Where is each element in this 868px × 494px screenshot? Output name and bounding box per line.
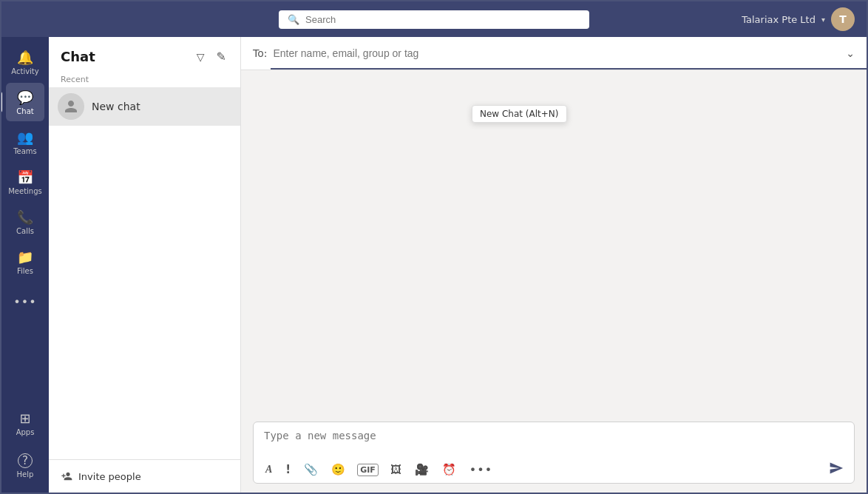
sidebar-item-files[interactable]: 📁 Files <box>6 243 44 281</box>
emoji-icon[interactable]: 🙂 <box>330 461 347 478</box>
icon-sidebar: 🔔 Activity 💬 Chat 👥 Teams 📅 Meetings 📞 C… <box>1 37 49 493</box>
invite-icon <box>61 470 72 482</box>
sidebar-item-teams[interactable]: 👥 Teams <box>6 123 44 161</box>
sidebar-item-apps[interactable]: ⊞ Apps <box>6 404 44 442</box>
filter-icon[interactable]: ▽ <box>194 49 207 65</box>
org-chevron[interactable]: ▾ <box>821 16 825 24</box>
top-right-area: Talariax Pte Ltd ▾ T <box>742 1 855 37</box>
more-label: ••• <box>13 295 36 309</box>
sidebar-label-calls: Calls <box>16 227 34 235</box>
chat-panel-title: Chat <box>61 49 95 64</box>
search-input[interactable] <box>305 14 580 25</box>
chevron-down-icon[interactable]: ⌄ <box>846 47 855 59</box>
invite-people-label: Invite people <box>78 471 141 482</box>
sticker-icon[interactable]: 🖼 <box>389 461 403 478</box>
sidebar-label-apps: Apps <box>16 428 35 436</box>
chat-list-panel: Chat ▽ ✎ Recent New chat Invite people <box>49 37 241 493</box>
message-input-area: A ! 📎 🙂 GIF 🖼 🎥 ⏰ ••• <box>253 422 855 484</box>
sidebar-label-activity: Activity <box>11 67 38 75</box>
help-icon: ? <box>18 453 33 468</box>
toolbar-left: A ! 📎 🙂 GIF 🖼 🎥 ⏰ ••• <box>264 461 494 478</box>
more-options-icon[interactable]: ••• <box>468 461 494 478</box>
important-icon[interactable]: ! <box>284 461 292 478</box>
search-icon: 🔍 <box>288 14 299 25</box>
sidebar-label-help: Help <box>17 470 34 478</box>
attach-icon[interactable]: 📎 <box>302 461 319 478</box>
activity-icon: 🔔 <box>17 50 33 65</box>
schedule-icon[interactable]: ⏰ <box>441 461 458 478</box>
invite-people-button[interactable]: Invite people <box>49 459 240 493</box>
new-chat-label: New chat <box>92 101 140 112</box>
sidebar-item-calls[interactable]: 📞 Calls <box>6 203 44 241</box>
teams-icon: 👥 <box>17 129 33 145</box>
apps-icon: ⊞ <box>19 410 30 426</box>
new-chat-icon[interactable]: ✎ <box>214 47 228 66</box>
meetings-icon: 📅 <box>17 169 33 185</box>
new-chat-tooltip: New Chat (Alt+N) <box>472 105 567 123</box>
new-chat-avatar <box>58 93 84 120</box>
main-layout: 🔔 Activity 💬 Chat 👥 Teams 📅 Meetings 📞 C… <box>1 37 867 493</box>
chat-icon: 💬 <box>17 89 33 105</box>
files-icon: 📁 <box>17 249 33 265</box>
send-button[interactable] <box>829 461 844 478</box>
to-input[interactable] <box>273 47 855 59</box>
chat-list-header: Chat ▽ ✎ <box>49 37 240 72</box>
to-label: To: <box>253 47 267 59</box>
top-bar: 🔍 Talariax Pte Ltd ▾ T <box>1 1 867 37</box>
meet-icon[interactable]: 🎥 <box>413 461 430 478</box>
gif-icon[interactable]: GIF <box>357 464 379 476</box>
to-input-divider <box>271 68 867 70</box>
toolbar-row: A ! 📎 🙂 GIF 🖼 🎥 ⏰ ••• <box>264 461 844 478</box>
sidebar-label-files: Files <box>17 267 33 275</box>
sidebar-label-meetings: Meetings <box>8 187 42 195</box>
avatar[interactable]: T <box>831 7 855 31</box>
sidebar-label-teams: Teams <box>13 147 37 155</box>
chat-body <box>241 70 867 422</box>
sidebar-bottom: ⊞ Apps ? Help <box>6 404 44 487</box>
sidebar-item-chat[interactable]: 💬 Chat <box>6 83 44 121</box>
new-chat-list-item[interactable]: New chat <box>49 87 240 126</box>
sidebar-item-meetings[interactable]: 📅 Meetings <box>6 163 44 201</box>
sidebar-label-chat: Chat <box>16 107 33 115</box>
new-chat-header: To: ⌄ <box>241 37 867 70</box>
search-box[interactable]: 🔍 <box>279 10 589 29</box>
org-name[interactable]: Talariax Pte Ltd <box>742 14 816 25</box>
chat-header-icons: ▽ ✎ <box>194 47 228 66</box>
sidebar-item-more[interactable]: ••• <box>6 282 44 321</box>
recent-label: Recent <box>49 72 240 87</box>
format-icon[interactable]: A <box>264 462 274 477</box>
sidebar-item-activity[interactable]: 🔔 Activity <box>6 43 44 81</box>
chat-main: To: ⌄ New Chat (Alt+N) A ! 📎 🙂 GIF 🖼 <box>241 37 867 493</box>
calls-icon: 📞 <box>17 209 33 225</box>
message-input[interactable] <box>264 430 844 453</box>
sidebar-item-help[interactable]: ? Help <box>6 447 44 485</box>
